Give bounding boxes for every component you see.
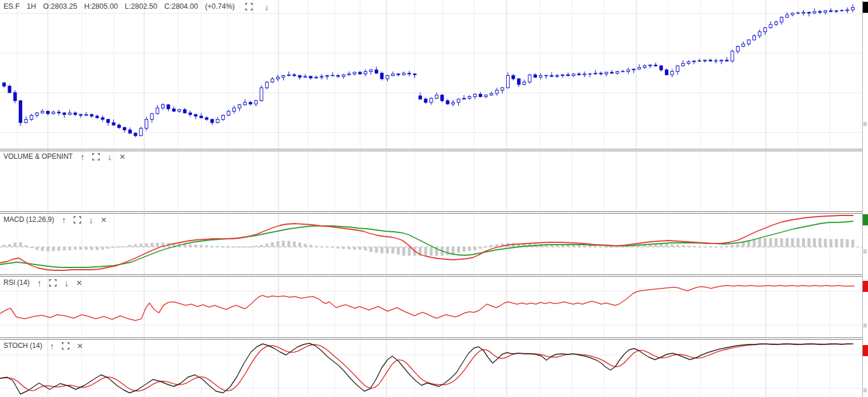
move-down-icon[interactable]: ↓ — [264, 3, 269, 11]
low-value: L:2802.50 — [125, 2, 158, 11]
move-up-icon[interactable]: ↑ — [62, 216, 67, 224]
price-last-value-label — [863, 2, 868, 13]
open-value: O:2803.25 — [43, 2, 77, 11]
maximize-icon[interactable] — [92, 153, 100, 161]
rsi-panel-title: RSI (14) — [4, 278, 30, 287]
move-up-icon[interactable]: ↑ — [37, 279, 42, 287]
close-icon[interactable]: × — [120, 153, 126, 161]
move-up-icon[interactable]: ↑ — [50, 342, 54, 350]
maximize-icon[interactable] — [74, 216, 81, 224]
close-icon[interactable]: × — [77, 342, 83, 350]
panel-separator[interactable] — [0, 337, 868, 340]
rsi-series — [0, 285, 855, 321]
axis-tick-label — [863, 249, 867, 253]
panel-separator[interactable] — [0, 274, 868, 277]
price-axis[interactable] — [862, 0, 868, 397]
move-down-icon[interactable]: ↓ — [89, 216, 93, 224]
macd-panel-title: MACD (12,26,9) — [4, 215, 54, 224]
move-up-icon[interactable]: ↑ — [81, 153, 85, 161]
maximize-icon[interactable] — [62, 342, 69, 350]
price-panel-header: ES.F 1H O:2803.25 H:2805.00 L:2802.50 C:… — [4, 2, 269, 11]
axis-tick-label — [863, 122, 867, 126]
volume-panel-header: VOLUME & OPENINT ↑ ↓ × — [4, 152, 126, 161]
close-icon[interactable]: × — [76, 279, 82, 287]
timeframe-label: 1H — [27, 2, 36, 11]
candlestick-series — [3, 4, 855, 137]
close-value: C:2804.00 — [164, 2, 198, 11]
panel-separator[interactable] — [0, 149, 868, 151]
trading-workspace: { "header": { "symbol": "ES.F", "timefra… — [0, 0, 868, 397]
stoch-last-value-label — [863, 345, 868, 356]
stoch-panel-title: STOCH (14) — [4, 342, 42, 350]
macd-last-value-label — [863, 214, 868, 225]
rsi-last-value-label — [863, 281, 868, 292]
change-percent: (+0.74%) — [205, 2, 235, 11]
maximize-icon[interactable] — [245, 3, 253, 11]
high-value: H:2805.00 — [84, 2, 118, 11]
symbol-label: ES.F — [4, 2, 20, 11]
stoch-panel-header: STOCH (14) ↑ × — [4, 342, 83, 350]
close-icon[interactable]: × — [101, 216, 107, 224]
rsi-panel-header: RSI (14) ↑ ↓ × — [4, 278, 82, 287]
move-down-icon[interactable]: ↓ — [64, 279, 69, 287]
axis-tick-label — [863, 388, 867, 392]
maximize-icon[interactable] — [49, 279, 57, 287]
move-down-icon[interactable]: ↓ — [107, 153, 112, 161]
volume-panel-title: VOLUME & OPENINT — [4, 152, 73, 161]
macd-panel-header: MACD (12,26,9) ↑ ↓ × — [4, 215, 107, 224]
axis-tick-label — [863, 323, 867, 328]
stoch-series — [0, 343, 853, 394]
panel-separator[interactable] — [0, 211, 868, 214]
